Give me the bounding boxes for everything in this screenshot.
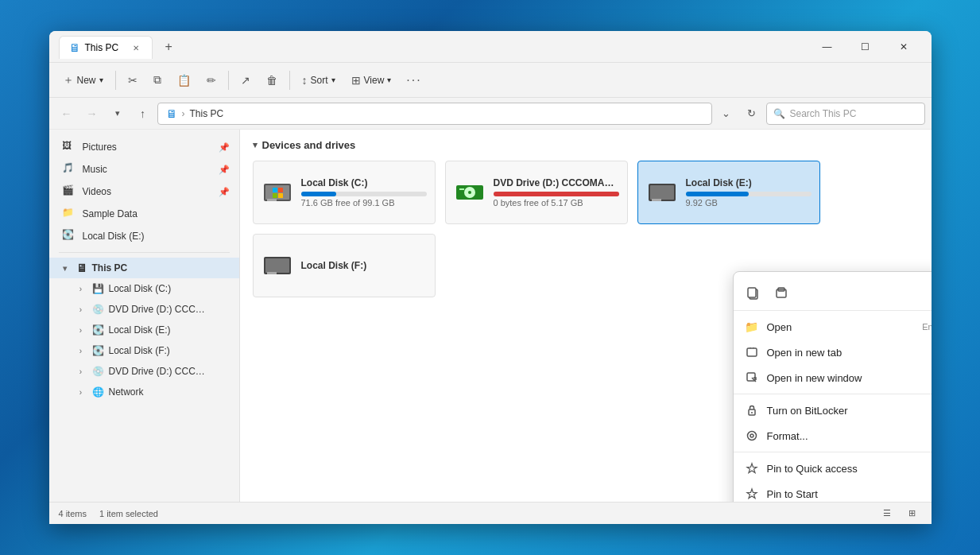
sidebar: 🖼 Pictures 📌 🎵 Music 📌 🎬 Videos 📌 📁 Samp…: [49, 130, 240, 502]
section-toggle[interactable]: ▾: [253, 140, 258, 150]
pictures-icon: 🖼: [62, 140, 76, 154]
cut-button[interactable]: ✂: [121, 69, 145, 91]
window-tab[interactable]: 🖥 This PC ✕: [59, 36, 153, 59]
sidebar-thispc-group[interactable]: ▾ 🖥 This PC: [49, 258, 239, 278]
sidebar-dvd2-drive[interactable]: › 💿 DVD Drive (D:) CCCOMA▸: [49, 361, 239, 382]
forward-button[interactable]: →: [81, 103, 103, 125]
sidebar-e-drive[interactable]: › 💽 Local Disk (E:): [49, 320, 239, 340]
svg-rect-4: [273, 188, 277, 192]
toolbar-separator-3: [289, 71, 290, 90]
toolbar-separator-1: [115, 71, 116, 90]
minimize-button[interactable]: —: [809, 34, 846, 60]
drive-e-space: 9.92 GB: [686, 198, 812, 208]
search-placeholder: Search This PC: [790, 108, 857, 119]
maximize-button[interactable]: ☐: [847, 34, 884, 60]
sidebar-item-pictures[interactable]: 🖼 Pictures 📌: [49, 136, 239, 158]
drive-c-name: Local Disk (C:): [301, 177, 427, 188]
sidebar-label-pictures: Pictures: [83, 142, 117, 153]
ctx-pin-quick-label: Pin to Quick access: [767, 463, 858, 475]
toolbar-separator-2: [228, 71, 229, 90]
e-drive-icon: 💽: [92, 324, 104, 336]
tab-close-button[interactable]: ✕: [130, 41, 142, 54]
svg-rect-18: [267, 272, 273, 274]
list-view-button[interactable]: ☰: [877, 504, 897, 523]
sidebar-label-thispc: This PC: [92, 262, 128, 274]
sidebar-item-videos[interactable]: 🎬 Videos 📌: [49, 180, 239, 203]
ctx-bitlocker[interactable]: Turn on BitLocker: [734, 398, 932, 423]
svg-rect-7: [278, 193, 283, 198]
svg-rect-24: [747, 348, 757, 356]
ctx-format-icon: [745, 429, 759, 443]
search-box[interactable]: 🔍 Search This PC: [766, 103, 925, 125]
new-label: New: [77, 75, 96, 86]
drive-dvd-progress-bg: [494, 192, 619, 196]
svg-rect-3: [273, 199, 277, 201]
address-dropdown-button[interactable]: ⌄: [715, 103, 738, 125]
svg-point-27: [751, 412, 753, 413]
delete-icon: 🗑: [266, 74, 277, 87]
ctx-open-tab-label: Open in new tab: [767, 347, 842, 359]
ctx-copy-button[interactable]: [740, 280, 765, 305]
more-button[interactable]: ···: [400, 69, 428, 91]
sidebar-item-sample-data[interactable]: 📁 Sample Data: [49, 203, 239, 225]
ctx-open[interactable]: 📁 Open Enter: [734, 314, 932, 340]
sidebar-c-drive[interactable]: › 💾 Local Disk (C:): [49, 278, 239, 299]
close-button[interactable]: ✕: [885, 34, 922, 60]
delete-button[interactable]: 🗑: [259, 69, 285, 91]
ctx-open-tab-icon: [745, 345, 759, 359]
refresh-button[interactable]: ↻: [741, 103, 763, 125]
main-area: 🖼 Pictures 📌 🎵 Music 📌 🎬 Videos 📌 📁 Samp…: [49, 130, 932, 502]
new-tab-button[interactable]: +: [159, 37, 178, 56]
back-button[interactable]: ←: [56, 103, 78, 125]
paste-button[interactable]: 📋: [170, 69, 198, 91]
ctx-open-new-window[interactable]: Open in new window: [734, 365, 932, 390]
ctx-open-new-tab[interactable]: Open in new tab: [734, 340, 932, 365]
dvd2-expand-icon: ›: [75, 365, 87, 378]
view-button[interactable]: ⊞ View ▾: [344, 69, 399, 91]
rename-button[interactable]: ✏: [199, 69, 223, 91]
drive-card-f[interactable]: Local Disk (F:): [253, 234, 436, 297]
window-controls: — ☐ ✕: [809, 34, 922, 60]
f-drive-icon: 💽: [92, 345, 104, 356]
drive-c-progress-fill: [301, 192, 336, 196]
svg-rect-5: [278, 188, 283, 192]
svg-rect-21: [748, 288, 756, 297]
copy-button[interactable]: ⧉: [146, 68, 168, 91]
ctx-paste-button[interactable]: [769, 280, 794, 305]
recent-locations-button[interactable]: ▾: [107, 103, 129, 125]
ctx-sep-1: [734, 394, 932, 394]
file-explorer-window: 🖥 This PC ✕ + — ☐ ✕ ＋ New ▾ ✂ ⧉ 📋 ✏: [49, 31, 932, 524]
drive-card-dvd[interactable]: DVD Drive (D:) CCCOMA_X64FRE_EN-US_DV9 0…: [445, 161, 628, 224]
drive-dvd-space: 0 bytes free of 5.17 GB: [494, 198, 619, 208]
address-bar[interactable]: 🖥 › This PC: [157, 103, 712, 125]
sidebar-label-dvd2: DVD Drive (D:) CCCOMA▸: [109, 366, 212, 377]
music-icon: 🎵: [62, 162, 76, 177]
section-header: ▾ Devices and drives: [253, 139, 919, 151]
sidebar-f-drive[interactable]: › 💽 Local Disk (F:): [49, 340, 239, 361]
up-button[interactable]: ↑: [132, 103, 154, 125]
c-drive-icon: 💾: [92, 283, 104, 294]
status-view-controls: ☰ ⊞: [877, 504, 922, 523]
drive-card-c[interactable]: Local Disk (C:) 71.6 GB free of 99.1 GB: [253, 161, 436, 224]
drive-f-info: Local Disk (F:): [301, 260, 427, 271]
ctx-open-window-icon: [745, 371, 759, 385]
ctx-open-shortcut: Enter: [922, 322, 931, 332]
sidebar-dvd-drive[interactable]: › 💿 DVD Drive (D:) CCCOM▸: [49, 299, 239, 320]
c-expand-icon: ›: [75, 282, 87, 295]
grid-view-button[interactable]: ⊞: [903, 504, 922, 523]
local-e-icon: 💽: [62, 229, 76, 243]
sidebar-item-music[interactable]: 🎵 Music 📌: [49, 158, 239, 180]
ctx-pin-start[interactable]: Pin to Start: [734, 481, 932, 502]
new-button[interactable]: ＋ New ▾: [56, 68, 110, 92]
drive-card-e[interactable]: Local Disk (E:) 9.92 GB: [637, 161, 820, 224]
share-button[interactable]: ↗: [234, 69, 258, 91]
f-expand-icon: ›: [75, 344, 87, 357]
sidebar-network[interactable]: › 🌐 Network: [49, 382, 239, 402]
svg-rect-2: [267, 199, 273, 201]
drive-dvd-name: DVD Drive (D:) CCCOMA_X64FRE_EN-US_DV9: [494, 177, 619, 188]
sort-button[interactable]: ↕ Sort ▾: [295, 69, 343, 91]
thispc-expand-icon: ▾: [59, 262, 72, 274]
sidebar-item-local-e[interactable]: 💽 Local Disk (E:): [49, 225, 239, 247]
ctx-format[interactable]: Format...: [734, 423, 932, 448]
ctx-pin-quick[interactable]: Pin to Quick access: [734, 456, 932, 481]
